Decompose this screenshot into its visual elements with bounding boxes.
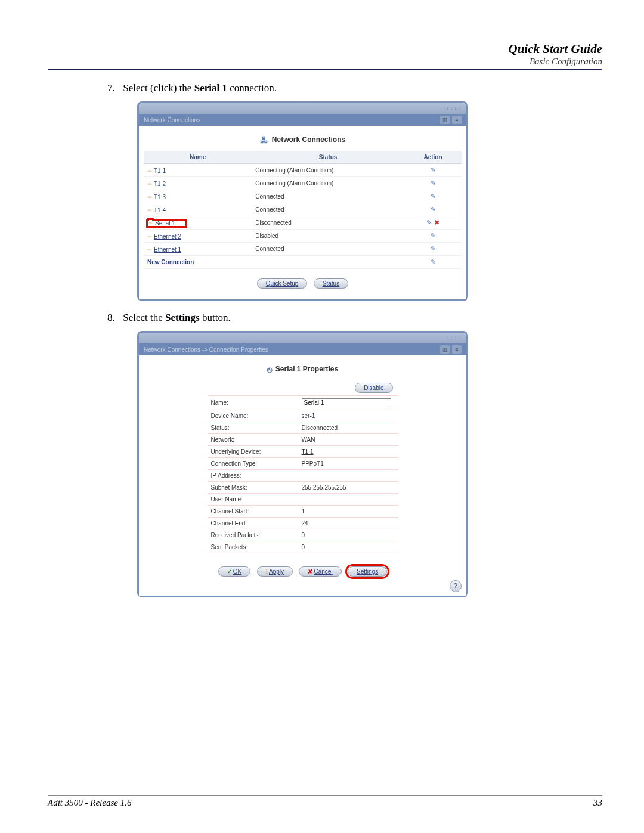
edit-icon[interactable]: ✎ [431, 206, 436, 213]
window-titlebar: : : : : [139, 333, 466, 343]
connection-link[interactable]: ⎓Ethernet 2 [147, 233, 181, 240]
sitemap-icon[interactable]: ▥ [440, 345, 450, 354]
connection-icon: ⎓ [147, 167, 151, 174]
step-8-text-post: button. [200, 312, 231, 323]
breadcrumb-text: Network Connections [144, 117, 200, 123]
lbl-name: Name: [208, 396, 298, 410]
edit-icon[interactable]: ✎ [426, 219, 432, 227]
properties-table: Disable Name: Device Name: ser-1 Status:… [208, 380, 398, 553]
ok-button[interactable]: ✓OK [218, 566, 250, 577]
breadcrumb-bar: Network Connections -> Connection Proper… [139, 343, 466, 355]
val-device: ser-1 [298, 410, 398, 422]
screenshot-serial1-properties: : : : : Network Connections -> Connectio… [137, 331, 468, 597]
connection-icon: ⎓ [147, 246, 151, 253]
network-icon: 🖧 [260, 135, 268, 145]
step-8-number: 8. [107, 312, 120, 324]
val-chend: 24 [298, 518, 398, 529]
list-icon[interactable]: ≡ [452, 116, 462, 124]
connection-link[interactable]: ⎓T1 2 [147, 181, 166, 187]
breadcrumb-text: Network Connections -> Connection Proper… [144, 346, 268, 353]
col-action: Action [404, 151, 462, 164]
panel-title: ⎋Serial 1 Properties [144, 360, 462, 380]
edit-icon[interactable]: ✎ [431, 166, 436, 174]
list-icon[interactable]: ≡ [452, 345, 462, 354]
cancel-button[interactable]: ✘Cancel [299, 566, 341, 577]
table-row: ⎓T1 2Connecting (Alarm Condition)✎ [144, 177, 462, 190]
val-chstart: 1 [298, 506, 398, 518]
table-row: ⎓Ethernet 1Connected✎ [144, 243, 462, 256]
breadcrumb-bar: Network Connections ▥ ≡ [139, 114, 466, 126]
apply-button[interactable]: !Apply [257, 566, 293, 577]
status-cell: Connected [252, 203, 404, 216]
step-7: 7. Select (click) the Serial 1 connectio… [107, 82, 602, 94]
settings-button[interactable]: Settings [348, 566, 387, 577]
connection-icon: ⎓ [147, 233, 151, 240]
status-cell: Disconnected [252, 216, 404, 230]
panel-title: 🖧Network Connections [144, 131, 462, 151]
lbl-device: Device Name: [208, 410, 298, 422]
table-row: ⎓T1 3Connected✎ [144, 190, 462, 203]
val-network: WAN [298, 434, 398, 446]
status-cell: Connecting (Alarm Condition) [252, 177, 404, 190]
val-sent: 0 [298, 541, 398, 553]
lbl-conntype: Connection Type: [208, 458, 298, 470]
step-8: 8. Select the Settings button. [107, 312, 602, 324]
lbl-chend: Channel End: [208, 518, 298, 529]
connection-icon: ⎓ [147, 180, 151, 187]
col-status: Status [252, 151, 404, 164]
connection-icon: ⎓ [148, 219, 153, 227]
screenshot-network-connections: : : : : Network Connections ▥ ≡ 🖧Network… [137, 101, 468, 301]
edit-icon[interactable]: ✎ [431, 179, 436, 187]
col-name: Name [144, 151, 252, 164]
status-cell: Connected [252, 243, 404, 256]
edit-icon[interactable]: ✎ [431, 193, 436, 200]
help-icon[interactable]: ? [450, 580, 462, 592]
page-footer: Adit 3500 - Release 1.6 33 [48, 791, 602, 808]
val-underlying[interactable]: T1 1 [298, 446, 398, 458]
step-7-number: 7. [107, 82, 120, 94]
connection-link[interactable]: ⎓Serial 1 [147, 220, 186, 227]
footer-left: Adit 3500 - Release 1.6 [48, 798, 131, 808]
table-row: ⎓T1 4Connected✎ [144, 203, 462, 216]
lbl-user: User Name: [208, 494, 298, 506]
add-icon[interactable]: ✎ [431, 258, 436, 266]
lbl-sent: Sent Packets: [208, 541, 298, 553]
connection-link[interactable]: ⎓T1 4 [147, 207, 166, 213]
val-conntype: PPPoT1 [298, 458, 398, 470]
connection-link[interactable]: ⎓Ethernet 1 [147, 246, 181, 253]
lbl-status: Status: [208, 422, 298, 434]
step-7-text-pre: Select (click) the [123, 82, 194, 94]
header-title: Quick Start Guide [48, 42, 602, 57]
edit-icon[interactable]: ✎ [431, 245, 436, 253]
status-button[interactable]: Status [314, 278, 348, 289]
status-cell: Connected [252, 190, 404, 203]
edit-icon[interactable]: ✎ [431, 232, 436, 240]
sitemap-icon[interactable]: ▥ [440, 116, 450, 124]
header-rule [48, 69, 602, 70]
footer-page-number: 33 [593, 798, 602, 808]
val-user [298, 494, 398, 506]
quick-setup-button[interactable]: Quick Setup [257, 278, 307, 289]
connection-link[interactable]: ⎓T1 1 [147, 168, 166, 174]
connection-link[interactable]: ⎓T1 3 [147, 194, 166, 200]
table-row: ⎓Serial 1Disconnected✎✖ [144, 216, 462, 230]
delete-icon[interactable]: ✖ [434, 219, 439, 227]
step-8-bold: Settings [165, 312, 200, 323]
lbl-network: Network: [208, 434, 298, 446]
disable-button[interactable]: Disable [355, 383, 392, 393]
lbl-ip: IP Address: [208, 470, 298, 482]
connection-icon: ⎓ [147, 193, 151, 200]
new-connection-link[interactable]: New Connection [147, 259, 194, 265]
connection-icon: ⎓ [147, 206, 151, 213]
val-recv: 0 [298, 529, 398, 541]
lbl-recv: Received Packets: [208, 529, 298, 541]
val-status: Disconnected [298, 422, 398, 434]
lbl-underlying: Underlying Device: [208, 446, 298, 458]
status-cell: Disabled [252, 230, 404, 243]
header-subtitle: Basic Configuration [48, 57, 602, 67]
name-input[interactable] [302, 398, 391, 407]
val-subnet: 255.255.255.255 [298, 482, 398, 494]
connections-table: Name Status Action ⎓T1 1Connecting (Alar… [144, 151, 462, 269]
serial-icon: ⎋ [267, 365, 272, 374]
step-7-text-post: connection. [227, 82, 277, 94]
